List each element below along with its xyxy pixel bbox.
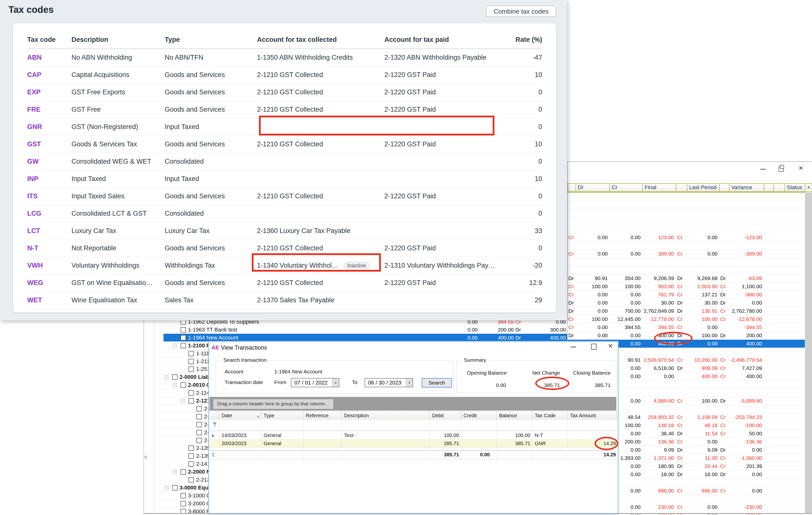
checkbox[interactable] [188, 367, 194, 372]
checkbox[interactable] [196, 438, 202, 443]
checkbox[interactable] [172, 374, 178, 380]
table-row[interactable]: LCTLuxury Car TaxLuxury Car Tax2-1360 Lu… [27, 222, 542, 240]
checkbox[interactable] [180, 469, 186, 475]
tax-code-link[interactable]: WEG [27, 274, 71, 292]
collapse-icon[interactable]: − [165, 375, 168, 379]
checkbox[interactable] [180, 335, 186, 341]
chevron-down-icon[interactable]: ∨ [406, 379, 412, 387]
filter-icon[interactable] [212, 422, 218, 427]
checkbox[interactable] [196, 422, 202, 427]
transaction-row[interactable]: ▶14/03/2023GeneralTest-100.00100.00N-T [209, 432, 617, 440]
dialog-maximize-button[interactable] [589, 344, 598, 351]
dialog-close-button[interactable]: × [606, 342, 615, 349]
table-row[interactable]: WEGGST on Wine Equalisatio…Goods and Ser… [27, 274, 542, 292]
tax-code-link[interactable]: WET [27, 292, 71, 309]
grid-row[interactable] [568, 217, 805, 225]
to-date-field[interactable]: 06 / 30 / 2023 ∨ [365, 378, 413, 387]
checkbox[interactable] [188, 351, 194, 356]
grid-row[interactable] [568, 209, 805, 217]
screen: s 1-1962 Deposits To Suppliers0.00394.55… [0, 0, 812, 515]
tax-code-link[interactable]: ABN [27, 49, 71, 66]
search-button[interactable]: Search [422, 378, 452, 387]
scroll-up-icon[interactable]: ∧ [805, 183, 812, 192]
checkbox[interactable] [188, 359, 194, 364]
checkbox[interactable] [180, 320, 186, 325]
tax-code-link[interactable]: VWH [27, 257, 71, 274]
tax-code-link[interactable]: EXP [27, 84, 71, 101]
from-date-field[interactable]: 07 / 01 / 2022 ∨ [291, 378, 339, 387]
checkbox[interactable] [188, 390, 194, 396]
minimize-button[interactable] [759, 165, 767, 172]
tax-code-link[interactable]: CAP [27, 66, 71, 83]
column-divider [532, 451, 532, 459]
sort-ascending-icon[interactable]: ▲ [256, 414, 259, 418]
checkbox[interactable] [180, 501, 186, 506]
checkbox[interactable] [180, 382, 186, 388]
grid-row[interactable]: Dr0.00700.002,762,649.09Dr130.91Cr2,762,… [568, 307, 805, 315]
grid-row[interactable]: Cr100.0012,445.0012,778.00Cr100.00Cr-12,… [568, 315, 805, 323]
checkbox[interactable] [196, 414, 202, 419]
checkbox[interactable] [196, 406, 202, 411]
grid-row[interactable] [568, 266, 805, 274]
grid-row[interactable]: Cr0.00394.55394.55Cr0.00-394.55 [568, 323, 805, 331]
table-row[interactable]: ITSInput Taxed SalesGoods and Services2-… [27, 188, 542, 205]
combine-tax-codes-button[interactable]: Combine tax codes [486, 6, 556, 17]
checkbox[interactable] [196, 430, 202, 435]
tax-code-link[interactable]: ITS [27, 188, 71, 205]
filter-row[interactable] [209, 420, 617, 431]
tax-code-link[interactable]: INP [27, 170, 71, 187]
table-row[interactable]: INPInput TaxedInput Taxed10 [27, 170, 542, 188]
checkbox[interactable] [188, 398, 194, 404]
collapse-icon[interactable]: − [173, 383, 177, 387]
collapse-icon[interactable]: − [165, 486, 168, 490]
grid-row[interactable] [568, 242, 805, 250]
table-row[interactable]: LCGConsolidated LCT & GSTConsolidated0 [27, 205, 542, 222]
grid-row[interactable] [568, 201, 805, 209]
grid-row[interactable]: Cr0.000.00309.00Cr0.00-309.00 [568, 250, 805, 258]
grid-row[interactable] [568, 225, 805, 234]
checkbox[interactable] [180, 493, 186, 498]
tree-row[interactable]: 1-1963 TT Bank test0.00200.00Dr300.00D [144, 326, 568, 334]
grid-cell: 100.00 [576, 283, 608, 290]
grid-row[interactable]: Dr90.91354.009,206.59Dr9,269.68Dr-63.09 [568, 274, 805, 282]
grid-row[interactable]: Cr0.000.00123.00Cr0.00-123.00 [568, 234, 805, 242]
chevron-down-icon[interactable]: ∨ [332, 379, 339, 387]
vertical-scrollbar[interactable]: ∧ [805, 183, 812, 514]
checkbox[interactable] [188, 445, 194, 451]
tax-code-link[interactable]: FRE [27, 101, 71, 118]
tree-row[interactable]: 1-1964 New Account0.00400.00Dr400.00D [144, 334, 568, 342]
table-row[interactable]: ABNNo ABN WithholdingNo ABN/TFN1-1350 AB… [27, 49, 542, 66]
tax-code-link[interactable]: GW [27, 153, 71, 170]
grid-row[interactable] [568, 193, 805, 201]
collapse-icon[interactable]: − [173, 344, 177, 348]
table-row[interactable]: CAPCapital AcquisitionsGoods and Service… [27, 66, 542, 84]
grid-row[interactable]: Cr100.00100.00903.00Cr2,003.00Cr1,100.00 [568, 282, 805, 291]
table-row[interactable]: GWConsolidated WEG & WETConsolidated0 [27, 153, 542, 170]
close-button[interactable]: × [796, 164, 805, 171]
transaction-row[interactable]: 20/03/2023General285.71385.71GNR14.29 [209, 440, 617, 448]
tax-code-link[interactable]: LCT [27, 222, 71, 239]
table-row[interactable]: GSTGoods & Services TaxGoods and Service… [27, 136, 542, 153]
checkbox[interactable] [188, 453, 194, 459]
checkbox[interactable] [180, 327, 186, 332]
grid-row[interactable]: Dr0.000.0030.00Dr30.00Dr0.00 [568, 299, 805, 307]
checkbox[interactable] [180, 343, 186, 348]
tax-code-link[interactable]: N-T [27, 240, 71, 257]
grid-row[interactable] [568, 258, 805, 266]
tax-code-link[interactable]: GST [27, 136, 71, 153]
checkbox[interactable] [188, 477, 194, 483]
grid-row[interactable]: Cr0.000.00762.79Cr137.21Dr-900.00 [568, 291, 805, 299]
scrollbar-thumb[interactable] [805, 192, 812, 514]
collapse-icon[interactable]: − [181, 399, 185, 403]
table-row[interactable]: WETWine Equalisation TaxSales Tax2-1370 … [27, 292, 542, 309]
restore-button[interactable] [777, 165, 786, 172]
checkbox[interactable] [188, 461, 194, 467]
tax-code-link[interactable]: LCG [27, 205, 71, 222]
tree-row[interactable]: 1-1962 Deposits To Suppliers0.00394.55Cr… [144, 320, 568, 326]
tax-code-link[interactable]: GNR [27, 118, 71, 135]
checkbox[interactable] [172, 485, 178, 490]
collapse-icon[interactable]: − [173, 470, 177, 474]
table-row[interactable]: EXPGST Free ExportsGoods and Services2-1… [27, 84, 542, 101]
grid-cell: 4,989.60 [642, 398, 674, 404]
dialog-minimize-button[interactable] [569, 343, 578, 350]
